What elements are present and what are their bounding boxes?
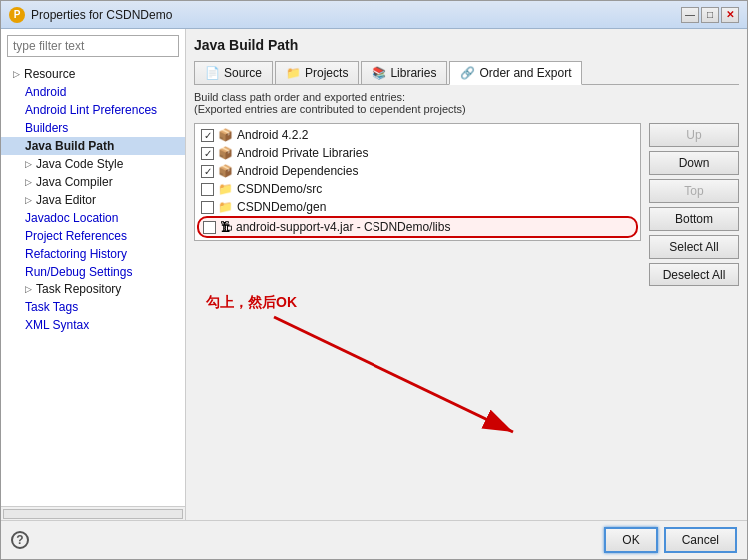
window-title: Properties for CSDNDemo xyxy=(31,8,681,22)
entry-android-support-icon: 🗜 xyxy=(220,220,232,234)
select-all-button[interactable]: Select All xyxy=(649,235,739,259)
entries-list[interactable]: 📦 Android 4.2.2 📦 Android Private Librar… xyxy=(194,123,641,241)
checkbox-csdn-src[interactable] xyxy=(201,183,214,196)
minimize-button[interactable]: — xyxy=(681,7,699,23)
bottom-bar: ? OK Cancel xyxy=(1,520,747,559)
description-line1: Build class path order and exported entr… xyxy=(194,91,739,103)
sidebar-item-label: Android xyxy=(25,85,66,99)
top-button[interactable]: Top xyxy=(649,179,739,203)
close-button[interactable]: ✕ xyxy=(721,7,739,23)
side-buttons: Up Down Top Bottom Select All Deselect A… xyxy=(649,123,739,512)
projects-tab-icon: 📁 xyxy=(286,66,301,80)
entry-csdn-gen-icon: 📁 xyxy=(218,200,233,214)
tab-source[interactable]: 📄 Source xyxy=(194,61,273,84)
entry-android-deps-icon: 📦 xyxy=(218,164,233,178)
entry-android422[interactable]: 📦 Android 4.2.2 xyxy=(197,126,638,144)
entries-wrapper: 📦 Android 4.2.2 📦 Android Private Librar… xyxy=(194,123,641,512)
entry-android-support-label: android-support-v4.jar - CSDNDemo/libs xyxy=(236,220,450,234)
entry-csdn-src-icon: 📁 xyxy=(218,182,233,196)
sidebar-item-android-lint[interactable]: Android Lint Preferences xyxy=(1,101,185,119)
cancel-button[interactable]: Cancel xyxy=(664,527,737,553)
entry-csdn-gen-label: CSDNDemo/gen xyxy=(237,200,326,214)
sidebar-item-java-build-path[interactable]: Java Build Path xyxy=(1,137,185,155)
entry-android-private-icon: 📦 xyxy=(218,146,233,160)
left-horizontal-scrollbar[interactable] xyxy=(1,506,185,520)
sidebar-item-javadoc[interactable]: Javadoc Location xyxy=(1,209,185,227)
content-area: 📦 Android 4.2.2 📦 Android Private Librar… xyxy=(194,123,739,512)
sidebar-item-label: Javadoc Location xyxy=(25,211,118,225)
entry-android422-icon: 📦 xyxy=(218,128,233,142)
maximize-button[interactable]: □ xyxy=(701,7,719,23)
sidebar-item-java-editor[interactable]: ▷ Java Editor xyxy=(1,191,185,209)
entry-csdn-gen[interactable]: 📁 CSDNDemo/gen xyxy=(197,198,638,216)
expand-icon: ▷ xyxy=(25,177,32,187)
ok-button[interactable]: OK xyxy=(604,527,657,553)
libraries-tab-icon: 📚 xyxy=(372,66,386,80)
window-icon: P xyxy=(9,7,25,23)
tab-order-export[interactable]: 🔗 Order and Export xyxy=(449,61,582,85)
checkbox-android-support[interactable] xyxy=(203,221,216,234)
entry-csdn-src[interactable]: 📁 CSDNDemo/src xyxy=(197,180,638,198)
title-bar: P Properties for CSDNDemo — □ ✕ xyxy=(1,1,747,29)
panel-title: Java Build Path xyxy=(194,37,739,53)
expand-icon: ▷ xyxy=(13,69,20,79)
sidebar-item-label: Java Compiler xyxy=(36,175,113,189)
window-controls: — □ ✕ xyxy=(681,7,739,23)
bottom-left: ? xyxy=(11,531,29,549)
deselect-all-button[interactable]: Deselect All xyxy=(649,263,739,286)
entry-android-private[interactable]: 📦 Android Private Libraries xyxy=(197,144,638,162)
sidebar-item-android[interactable]: Android xyxy=(1,83,185,101)
dialog: P Properties for CSDNDemo — □ ✕ ▷ Resour… xyxy=(0,0,748,560)
entry-android422-label: Android 4.2.2 xyxy=(237,128,308,142)
sidebar-item-run-debug[interactable]: Run/Debug Settings xyxy=(1,263,185,280)
sidebar-item-java-code-style[interactable]: ▷ Java Code Style xyxy=(1,155,185,173)
sidebar-item-task-repository[interactable]: ▷ Task Repository xyxy=(1,280,185,298)
checkbox-csdn-gen[interactable] xyxy=(201,201,214,214)
sidebar-item-label: Resource xyxy=(24,67,75,81)
checkbox-android422[interactable] xyxy=(201,129,214,142)
sidebar-item-label: XML Syntax xyxy=(25,318,89,332)
description: Build class path order and exported entr… xyxy=(194,91,739,115)
sidebar-item-label: Task Repository xyxy=(36,282,121,296)
sidebar-item-label: Project References xyxy=(25,229,127,243)
sidebar-item-refactoring[interactable]: Refactoring History xyxy=(1,245,185,263)
down-button[interactable]: Down xyxy=(649,151,739,175)
checkbox-android-deps[interactable] xyxy=(201,165,214,178)
svg-line-1 xyxy=(274,317,513,432)
expand-icon: ▷ xyxy=(25,284,32,294)
filter-input[interactable] xyxy=(7,35,179,57)
expand-icon: ▷ xyxy=(25,195,32,205)
tab-projects[interactable]: 📁 Projects xyxy=(275,61,359,84)
dialog-body: ▷ Resource Android Android Lint Preferen… xyxy=(1,29,747,520)
sidebar-item-label: Builders xyxy=(25,121,68,135)
sidebar-item-task-tags[interactable]: Task Tags xyxy=(1,298,185,316)
entry-android-support[interactable]: 🗜 android-support-v4.jar - CSDNDemo/libs xyxy=(197,216,638,238)
expand-icon: ▷ xyxy=(25,159,32,169)
entry-android-deps-label: Android Dependencies xyxy=(237,164,358,178)
sidebar-item-label: Java Build Path xyxy=(25,139,114,153)
help-button[interactable]: ? xyxy=(11,531,29,549)
sidebar-item-label: Java Code Style xyxy=(36,157,123,171)
annotation-text: 勾上，然后OK xyxy=(205,294,297,310)
tab-order-export-label: Order and Export xyxy=(479,66,571,80)
scrollbar-track[interactable] xyxy=(3,509,183,519)
sidebar-item-java-compiler[interactable]: ▷ Java Compiler xyxy=(1,173,185,191)
checkbox-android-private[interactable] xyxy=(201,147,214,160)
up-button[interactable]: Up xyxy=(649,123,739,147)
tab-libraries[interactable]: 📚 Libraries xyxy=(361,61,447,84)
sidebar-item-resource[interactable]: ▷ Resource xyxy=(1,65,185,83)
tab-bar: 📄 Source 📁 Projects 📚 Libraries 🔗 Order … xyxy=(194,61,739,85)
sidebar-item-label: Java Editor xyxy=(36,193,96,207)
sidebar-item-label: Run/Debug Settings xyxy=(25,265,132,279)
sidebar-item-label: Task Tags xyxy=(25,300,78,314)
bottom-button[interactable]: Bottom xyxy=(649,207,739,231)
order-tab-icon: 🔗 xyxy=(460,66,475,80)
entry-android-deps[interactable]: 📦 Android Dependencies xyxy=(197,162,638,180)
left-panel: ▷ Resource Android Android Lint Preferen… xyxy=(1,29,186,520)
sidebar-item-xml-syntax[interactable]: XML Syntax xyxy=(1,316,185,334)
sidebar-item-project-references[interactable]: Project References xyxy=(1,227,185,245)
description-line2: (Exported entries are contributed to dep… xyxy=(194,103,739,115)
tree-area: ▷ Resource Android Android Lint Preferen… xyxy=(1,63,185,506)
sidebar-item-builders[interactable]: Builders xyxy=(1,119,185,137)
sidebar-item-label: Android Lint Preferences xyxy=(25,103,157,117)
